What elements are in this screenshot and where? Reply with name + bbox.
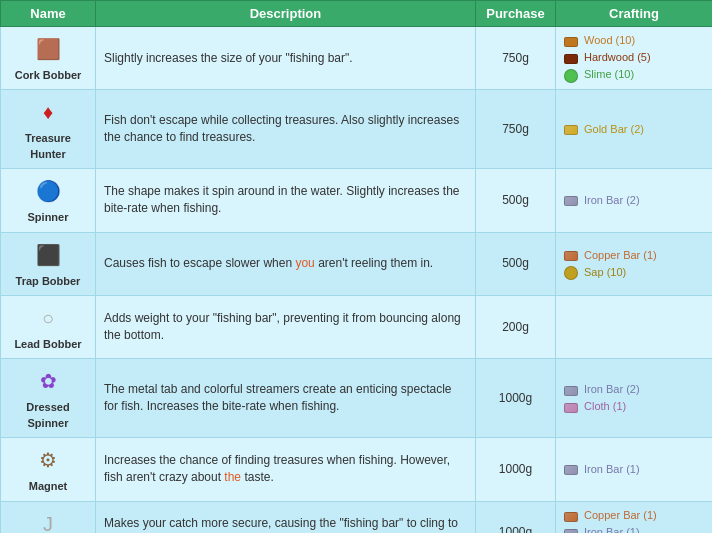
ingredient-label: Iron Bar (1) [584,462,640,477]
crafting-ingredient: Hardwood (5) [564,50,704,66]
gold-icon [564,121,580,137]
item-name-cell: ♦Treasure Hunter [1,90,96,169]
item-crafting-recipe: Copper Bar (1)Sap (10) [556,232,713,295]
ingredient-label: Gold Bar (2) [584,122,644,137]
iron-icon [564,382,580,398]
col-header-name: Name [1,1,96,27]
lead-bobber-icon: ○ [32,302,64,334]
item-description: Adds weight to your "fishing bar", preve… [96,295,476,358]
item-label: Lead Bobber [14,337,81,352]
trap-bobber-icon: ⬛ [32,239,64,271]
magnet-icon: ⚙ [32,444,64,476]
item-name-cell: 🟫Cork Bobber [1,27,96,90]
table-row: ○Lead BobberAdds weight to your "fishing… [1,295,713,358]
iron-icon [564,525,580,533]
item-description: Fish don't escape while collecting treas… [96,90,476,169]
item-label: Magnet [29,479,68,494]
item-purchase-price: 750g [476,90,556,169]
item-name-cell: ○Lead Bobber [1,295,96,358]
dressed-spinner-icon: ✿ [32,365,64,397]
item-name-cell: 🔵Spinner [1,169,96,232]
item-purchase-price: 500g [476,232,556,295]
item-crafting-recipe: Iron Bar (1) [556,438,713,501]
table-row: ♦Treasure HunterFish don't escape while … [1,90,713,169]
treasure-hunter-icon: ♦ [32,96,64,128]
crafting-ingredient: Iron Bar (2) [564,192,704,208]
item-crafting-recipe: Iron Bar (2)Cloth (1) [556,359,713,438]
item-purchase-price: 1000g [476,438,556,501]
item-label: Trap Bobber [16,274,81,289]
wood-icon [564,33,580,49]
item-label: Treasure Hunter [9,131,87,162]
ingredient-label: Copper Bar (1) [584,508,657,523]
crafting-ingredient: Iron Bar (1) [564,461,704,477]
item-description: The shape makes it spin around in the wa… [96,169,476,232]
crafting-ingredient: Iron Bar (1) [564,525,704,533]
item-name-cell: JBarbed Hook [1,501,96,533]
item-purchase-price: 200g [476,295,556,358]
item-purchase-price: 1000g [476,501,556,533]
item-label: Dressed Spinner [9,400,87,431]
crafting-ingredient: Iron Bar (2) [564,382,704,398]
iron-icon [564,461,580,477]
table-row: JBarbed HookMakes your catch more secure… [1,501,713,533]
ingredient-label: Iron Bar (2) [584,382,640,397]
barbed-hook-icon: J [32,508,64,533]
item-name-cell: ⚙Magnet [1,438,96,501]
ingredient-label: Wood (10) [584,33,635,48]
crafting-ingredient: Copper Bar (1) [564,247,704,263]
item-description: Slightly increases the size of your "fis… [96,27,476,90]
crafting-ingredient: Slime (10) [564,67,704,83]
item-name-cell: ⬛Trap Bobber [1,232,96,295]
ingredient-label: Cloth (1) [584,399,626,414]
copper-icon [564,508,580,524]
item-crafting-recipe: Iron Bar (2) [556,169,713,232]
iron-icon [564,192,580,208]
crafting-ingredient: Wood (10) [564,33,704,49]
item-crafting-recipe: Gold Bar (2) [556,90,713,169]
ingredient-label: Hardwood (5) [584,50,651,65]
ingredient-label: Copper Bar (1) [584,248,657,263]
cork-bobber-icon: 🟫 [32,33,64,65]
item-crafting-recipe: Copper Bar (1)Iron Bar (1)Gold Bar (1) [556,501,713,533]
crafting-ingredient: Copper Bar (1) [564,508,704,524]
ingredient-label: Sap (10) [584,265,626,280]
item-crafting-recipe: Wood (10)Hardwood (5)Slime (10) [556,27,713,90]
item-description: The metal tab and colorful streamers cre… [96,359,476,438]
fishing-tackle-table: Name Description Purchase Crafting 🟫Cork… [0,0,712,533]
col-header-desc: Description [96,1,476,27]
item-label: Spinner [28,210,69,225]
ingredient-label: Iron Bar (1) [584,525,640,533]
item-description: Increases the chance of finding treasure… [96,438,476,501]
slime-icon [564,67,580,83]
item-purchase-price: 1000g [476,359,556,438]
table-row: 🟫Cork BobberSlightly increases the size … [1,27,713,90]
item-description: Causes fish to escape slower when you ar… [96,232,476,295]
item-crafting-recipe [556,295,713,358]
cloth-icon [564,399,580,415]
item-name-cell: ✿Dressed Spinner [1,359,96,438]
col-header-purchase: Purchase [476,1,556,27]
hardwood-icon [564,50,580,66]
ingredient-label: Iron Bar (2) [584,193,640,208]
item-label: Cork Bobber [15,68,82,83]
item-description: Makes your catch more secure, causing th… [96,501,476,533]
item-purchase-price: 500g [476,169,556,232]
crafting-ingredient: Sap (10) [564,264,704,280]
col-header-crafting: Crafting [556,1,713,27]
table-row: ✿Dressed SpinnerThe metal tab and colorf… [1,359,713,438]
sap-icon [564,264,580,280]
copper-icon [564,247,580,263]
table-row: ⬛Trap BobberCauses fish to escape slower… [1,232,713,295]
crafting-ingredient: Gold Bar (2) [564,121,704,137]
table-row: ⚙MagnetIncreases the chance of finding t… [1,438,713,501]
ingredient-label: Slime (10) [584,67,634,82]
table-row: 🔵SpinnerThe shape makes it spin around i… [1,169,713,232]
crafting-ingredient: Cloth (1) [564,399,704,415]
item-purchase-price: 750g [476,27,556,90]
spinner-icon: 🔵 [32,175,64,207]
